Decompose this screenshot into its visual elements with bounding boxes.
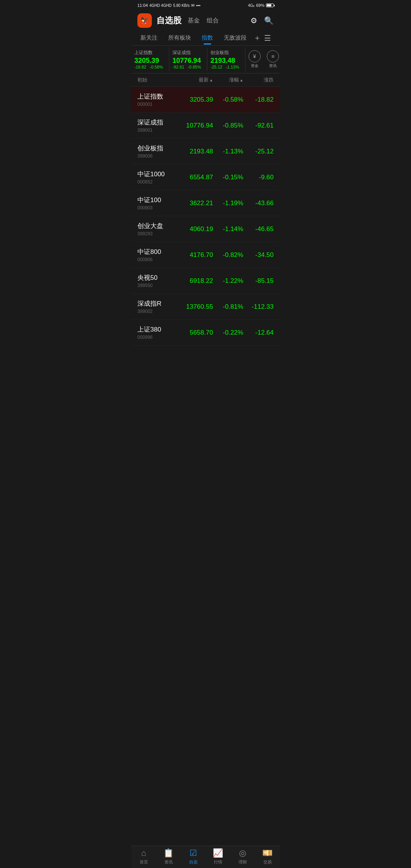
tabs-bar: 新关注 所有板块 指数 无敌波段 ＋ ☰ [131,30,280,46]
page-title: 自选股 [156,15,182,26]
market-icon: 📈 [213,848,223,858]
nav-home[interactable]: ⌂ 首页 [131,848,156,865]
table-header: 初始 最新 ▲ 涨幅 ▲ 涨跌 [131,73,280,87]
funds-button[interactable]: ¥ 资金 [249,50,261,69]
tab-index[interactable]: 指数 [196,31,218,45]
nav-watchlist[interactable]: ☑ 自选 [181,848,206,865]
tab-add-button[interactable]: ＋ [253,33,261,43]
stock-list: 上证指数 000001 3205.39 -0.58% -18.82 深证成指 3… [131,87,280,346]
time-display: 11:04 [137,3,148,8]
col-header-name: 初始 [137,77,183,83]
table-row[interactable]: 央视50 399550 6918.22 -1.22% -85.15 [131,268,280,294]
index-summary-row: 上证指数 3205.39 -18.82 -0.58% 深证成指 10776.94… [131,46,280,73]
table-row[interactable]: 深证成指 399001 10776.94 -0.85% -92.61 [131,113,280,139]
table-row[interactable]: 上证380 000996 5658.70 -0.22% -12.64 [131,320,280,346]
nav-news[interactable]: 📋 资讯 [156,848,181,865]
tab-all-sectors[interactable]: 所有板块 [163,31,196,45]
index-szcz[interactable]: 深证成指 10776.94 -92.61 -0.85% [169,48,207,71]
news-button[interactable]: ≡ 资讯 [267,50,279,69]
header-nav-fund[interactable]: 基金 [188,17,200,25]
bottom-navigation: ⌂ 首页 📋 资讯 ☑ 自选 📈 行情 ◎ 理财 💴 交易 [131,846,280,868]
col-header-pct[interactable]: 涨幅 ▲ [213,77,244,83]
table-row[interactable]: 中证1000 000852 6554.87 -0.15% -9.60 [131,164,280,190]
app-logo[interactable]: 🦅 [137,13,152,28]
watchlist-icon: ☑ [190,848,197,858]
mail-icon: ✉ [191,3,194,8]
status-right: 4G₂ 69% [248,3,274,8]
index-cybz[interactable]: 创业板指 2193.48 -25.12 -1.13% [207,48,245,71]
tab-menu-button[interactable]: ☰ [264,34,271,43]
nav-finance[interactable]: ◎ 理财 [230,848,255,865]
index-shzs[interactable]: 上证指数 3205.39 -18.82 -0.58% [131,48,169,71]
search-icon[interactable]: 🔍 [264,16,274,25]
sort-latest-icon: ▲ [209,78,213,82]
trade-icon: 💴 [262,848,272,858]
tab-new[interactable]: 新关注 [135,31,163,45]
table-row[interactable]: 上证指数 000001 3205.39 -0.58% -18.82 [131,87,280,113]
col-header-change: 涨跌 [243,77,274,83]
index-actions: ¥ 资金 [245,48,264,71]
status-left: 11:04 4GHD 4GHD 5.80 KB/s ✉ ••• [137,3,201,8]
finance-icon: ◎ [239,848,246,858]
battery-icon [266,3,274,7]
table-row[interactable]: 创业大盘 399293 4060.19 -1.14% -46.65 [131,216,280,242]
table-row[interactable]: 中证800 000906 4176.70 -0.82% -34.50 [131,242,280,268]
battery-display: 69% [256,3,264,8]
news-icon: 📋 [163,848,174,858]
speed-display: 5.80 KB/s [173,3,190,8]
network-indicator: 4GHD 4GHD [150,3,172,8]
nav-market[interactable]: 📈 行情 [206,848,230,865]
header-nav-portfolio[interactable]: 组合 [207,17,219,25]
signal-icon: 4G₂ [248,3,255,8]
index-actions-2: ≡ 资讯 [264,48,280,71]
header-nav: 基金 组合 [188,17,219,25]
col-header-latest[interactable]: 最新 ▲ [183,77,213,83]
settings-icon[interactable]: ⚙ [250,16,257,25]
table-row[interactable]: 深成指R 399002 13760.55 -0.81% -112.33 [131,294,280,320]
table-row[interactable]: 创业板指 399006 2193.48 -1.13% -25.12 [131,139,280,164]
header-icons: ⚙ 🔍 [250,16,274,25]
status-bar: 11:04 4GHD 4GHD 5.80 KB/s ✉ ••• 4G₂ 69% [131,0,280,11]
header: 🦅 自选股 基金 组合 ⚙ 🔍 [131,11,280,30]
home-icon: ⌂ [141,848,146,858]
tab-wudi[interactable]: 无敌波段 [218,31,252,45]
sort-pct-icon: ▲ [240,78,244,82]
table-row[interactable]: 中证100 000903 3622.21 -1.19% -43.66 [131,190,280,216]
dots-icon: ••• [196,3,201,8]
nav-trade[interactable]: 💴 交易 [255,848,280,865]
